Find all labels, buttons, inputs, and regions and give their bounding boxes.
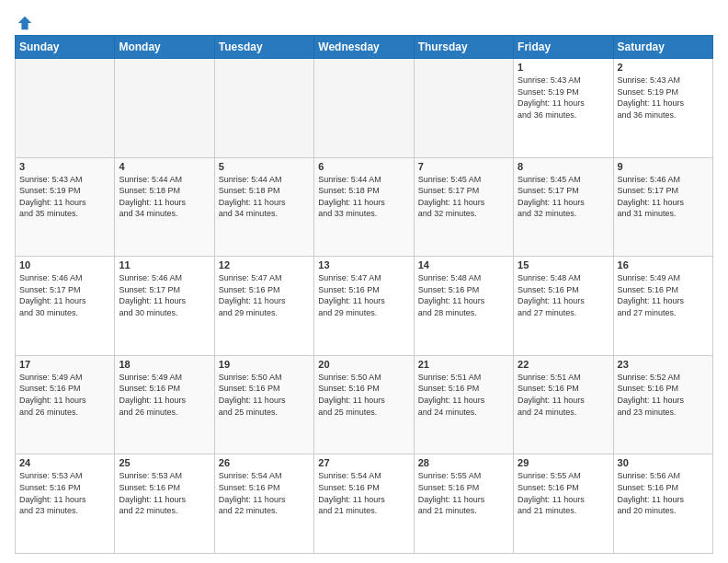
calendar-week-row: 10Sunrise: 5:46 AM Sunset: 5:17 PM Dayli… (16, 257, 713, 356)
day-info: Sunrise: 5:54 AM Sunset: 5:16 PM Dayligh… (219, 470, 310, 516)
day-number: 17 (19, 359, 110, 370)
day-info: Sunrise: 5:55 AM Sunset: 5:16 PM Dayligh… (518, 470, 609, 516)
day-info: Sunrise: 5:43 AM Sunset: 5:19 PM Dayligh… (518, 75, 609, 121)
day-number: 13 (318, 259, 409, 270)
calendar-day-cell: 25Sunrise: 5:53 AM Sunset: 5:16 PM Dayli… (115, 454, 214, 554)
calendar-day-cell: 20Sunrise: 5:50 AM Sunset: 5:16 PM Dayli… (314, 355, 414, 454)
day-number: 16 (618, 259, 709, 270)
logo-icon (17, 15, 33, 31)
calendar-day-cell: 13Sunrise: 5:47 AM Sunset: 5:16 PM Dayli… (314, 257, 414, 356)
day-number: 9 (618, 161, 709, 172)
day-number: 29 (518, 457, 609, 468)
calendar-day-cell: 12Sunrise: 5:47 AM Sunset: 5:16 PM Dayli… (214, 257, 313, 356)
calendar-table: SundayMondayTuesdayWednesdayThursdayFrid… (15, 35, 713, 554)
day-info: Sunrise: 5:54 AM Sunset: 5:16 PM Dayligh… (318, 470, 409, 516)
day-info: Sunrise: 5:51 AM Sunset: 5:16 PM Dayligh… (518, 372, 609, 418)
day-info: Sunrise: 5:49 AM Sunset: 5:16 PM Dayligh… (19, 372, 110, 418)
day-number: 28 (418, 457, 509, 468)
day-number: 30 (618, 457, 709, 468)
day-number: 12 (219, 259, 310, 270)
day-number: 3 (19, 161, 110, 172)
day-info: Sunrise: 5:47 AM Sunset: 5:16 PM Dayligh… (219, 272, 310, 318)
day-number: 26 (219, 457, 310, 468)
calendar-day-cell: 15Sunrise: 5:48 AM Sunset: 5:16 PM Dayli… (514, 257, 613, 356)
day-number: 23 (618, 359, 709, 370)
page: SundayMondayTuesdayWednesdayThursdayFrid… (0, 0, 728, 563)
day-info: Sunrise: 5:46 AM Sunset: 5:17 PM Dayligh… (618, 174, 709, 220)
day-number: 19 (219, 359, 310, 370)
weekday-header-wednesday: Wednesday (314, 36, 414, 59)
calendar-day-cell (314, 59, 414, 158)
day-info: Sunrise: 5:48 AM Sunset: 5:16 PM Dayligh… (518, 272, 609, 318)
weekday-header-friday: Friday (514, 36, 613, 59)
day-info: Sunrise: 5:46 AM Sunset: 5:17 PM Dayligh… (119, 272, 210, 318)
day-info: Sunrise: 5:44 AM Sunset: 5:18 PM Dayligh… (219, 174, 310, 220)
day-number: 24 (19, 457, 110, 468)
day-info: Sunrise: 5:55 AM Sunset: 5:16 PM Dayligh… (418, 470, 509, 516)
calendar-day-cell: 14Sunrise: 5:48 AM Sunset: 5:16 PM Dayli… (414, 257, 513, 356)
weekday-header-monday: Monday (115, 36, 214, 59)
calendar-week-row: 3Sunrise: 5:43 AM Sunset: 5:19 PM Daylig… (16, 157, 713, 257)
calendar-day-cell: 10Sunrise: 5:46 AM Sunset: 5:17 PM Dayli… (16, 257, 115, 356)
calendar-day-cell: 17Sunrise: 5:49 AM Sunset: 5:16 PM Dayli… (16, 355, 115, 454)
calendar-week-row: 1Sunrise: 5:43 AM Sunset: 5:19 PM Daylig… (16, 59, 713, 158)
calendar-week-row: 24Sunrise: 5:53 AM Sunset: 5:16 PM Dayli… (16, 454, 713, 554)
day-info: Sunrise: 5:46 AM Sunset: 5:17 PM Dayligh… (19, 272, 110, 318)
day-number: 11 (119, 259, 210, 270)
day-number: 1 (518, 62, 609, 73)
calendar-day-cell: 18Sunrise: 5:49 AM Sunset: 5:16 PM Dayli… (115, 355, 214, 454)
calendar-day-cell: 2Sunrise: 5:43 AM Sunset: 5:19 PM Daylig… (613, 59, 712, 158)
calendar-day-cell (16, 59, 115, 158)
calendar-day-cell: 16Sunrise: 5:49 AM Sunset: 5:16 PM Dayli… (613, 257, 712, 356)
calendar-day-cell: 29Sunrise: 5:55 AM Sunset: 5:16 PM Dayli… (514, 454, 613, 554)
calendar-day-cell: 5Sunrise: 5:44 AM Sunset: 5:18 PM Daylig… (214, 157, 313, 257)
calendar-day-cell: 24Sunrise: 5:53 AM Sunset: 5:16 PM Dayli… (16, 454, 115, 554)
calendar-day-cell (414, 59, 513, 158)
calendar-day-cell: 23Sunrise: 5:52 AM Sunset: 5:16 PM Dayli… (613, 355, 712, 454)
day-number: 4 (119, 161, 210, 172)
day-info: Sunrise: 5:43 AM Sunset: 5:19 PM Dayligh… (618, 75, 709, 121)
calendar-header-row: SundayMondayTuesdayWednesdayThursdayFrid… (16, 36, 713, 59)
calendar-day-cell: 3Sunrise: 5:43 AM Sunset: 5:19 PM Daylig… (16, 157, 115, 257)
calendar-day-cell: 7Sunrise: 5:45 AM Sunset: 5:17 PM Daylig… (414, 157, 513, 257)
day-info: Sunrise: 5:52 AM Sunset: 5:16 PM Dayligh… (618, 372, 709, 418)
day-number: 18 (119, 359, 210, 370)
day-info: Sunrise: 5:49 AM Sunset: 5:16 PM Dayligh… (618, 272, 709, 318)
day-info: Sunrise: 5:51 AM Sunset: 5:16 PM Dayligh… (418, 372, 509, 418)
day-number: 8 (518, 161, 609, 172)
svg-marker-0 (18, 17, 31, 29)
day-info: Sunrise: 5:50 AM Sunset: 5:16 PM Dayligh… (219, 372, 310, 418)
day-number: 6 (318, 161, 409, 172)
calendar-day-cell: 26Sunrise: 5:54 AM Sunset: 5:16 PM Dayli… (214, 454, 313, 554)
calendar-day-cell: 9Sunrise: 5:46 AM Sunset: 5:17 PM Daylig… (613, 157, 712, 257)
day-info: Sunrise: 5:43 AM Sunset: 5:19 PM Dayligh… (19, 174, 110, 220)
day-info: Sunrise: 5:48 AM Sunset: 5:16 PM Dayligh… (418, 272, 509, 318)
calendar-day-cell: 30Sunrise: 5:56 AM Sunset: 5:16 PM Dayli… (613, 454, 712, 554)
day-info: Sunrise: 5:50 AM Sunset: 5:16 PM Dayligh… (318, 372, 409, 418)
header (15, 15, 713, 28)
weekday-header-thursday: Thursday (414, 36, 513, 59)
day-number: 25 (119, 457, 210, 468)
day-number: 21 (418, 359, 509, 370)
day-info: Sunrise: 5:56 AM Sunset: 5:16 PM Dayligh… (618, 470, 709, 516)
day-info: Sunrise: 5:45 AM Sunset: 5:17 PM Dayligh… (518, 174, 609, 220)
calendar-day-cell (115, 59, 214, 158)
calendar-week-row: 17Sunrise: 5:49 AM Sunset: 5:16 PM Dayli… (16, 355, 713, 454)
day-number: 27 (318, 457, 409, 468)
day-info: Sunrise: 5:44 AM Sunset: 5:18 PM Dayligh… (119, 174, 210, 220)
day-info: Sunrise: 5:53 AM Sunset: 5:16 PM Dayligh… (119, 470, 210, 516)
calendar-day-cell: 22Sunrise: 5:51 AM Sunset: 5:16 PM Dayli… (514, 355, 613, 454)
calendar-day-cell: 19Sunrise: 5:50 AM Sunset: 5:16 PM Dayli… (214, 355, 313, 454)
weekday-header-tuesday: Tuesday (214, 36, 313, 59)
day-info: Sunrise: 5:47 AM Sunset: 5:16 PM Dayligh… (318, 272, 409, 318)
calendar-day-cell: 1Sunrise: 5:43 AM Sunset: 5:19 PM Daylig… (514, 59, 613, 158)
day-number: 10 (19, 259, 110, 270)
logo (15, 15, 33, 28)
day-number: 2 (618, 62, 709, 73)
day-number: 14 (418, 259, 509, 270)
day-info: Sunrise: 5:49 AM Sunset: 5:16 PM Dayligh… (119, 372, 210, 418)
day-number: 15 (518, 259, 609, 270)
day-info: Sunrise: 5:44 AM Sunset: 5:18 PM Dayligh… (318, 174, 409, 220)
calendar-day-cell: 27Sunrise: 5:54 AM Sunset: 5:16 PM Dayli… (314, 454, 414, 554)
calendar-day-cell: 4Sunrise: 5:44 AM Sunset: 5:18 PM Daylig… (115, 157, 214, 257)
